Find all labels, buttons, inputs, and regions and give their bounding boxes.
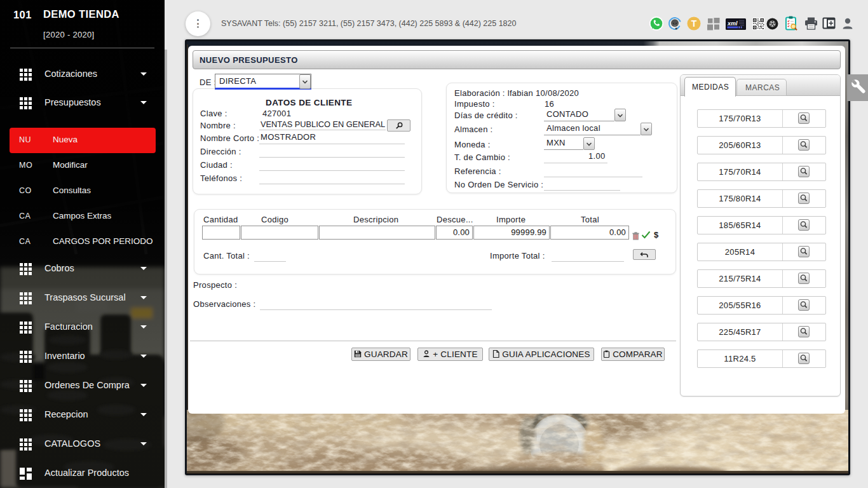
svg-text:xml: xml — [727, 20, 738, 27]
svg-text:T: T — [691, 18, 697, 29]
